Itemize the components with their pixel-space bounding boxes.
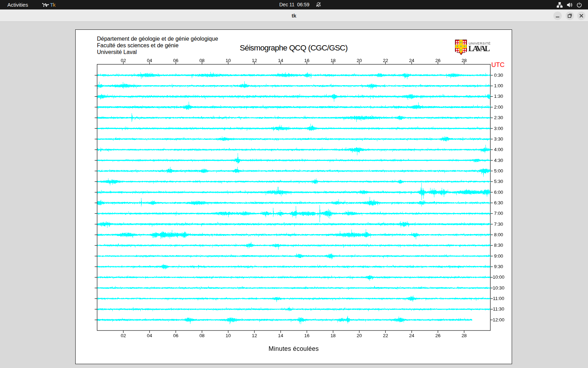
svg-text:LAVAL: LAVAL — [468, 44, 490, 53]
svg-text:Tk: Tk — [50, 2, 56, 8]
